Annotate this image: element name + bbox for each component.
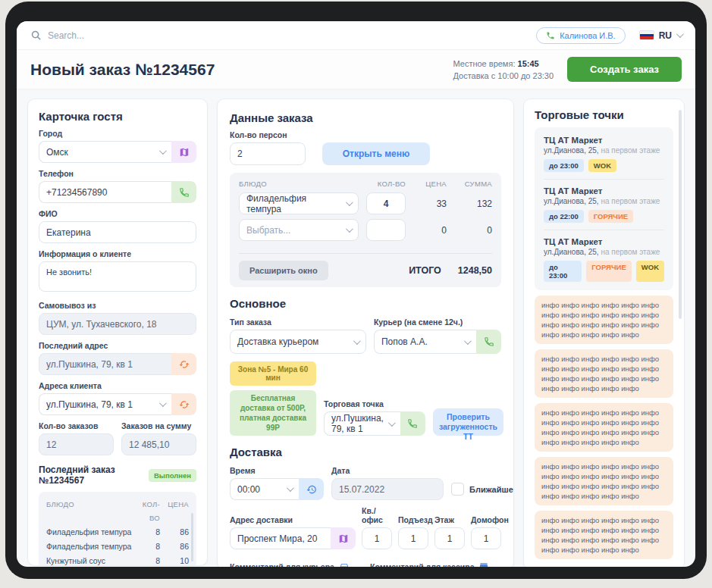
call-client-button[interactable] xyxy=(171,181,196,203)
call-shop-button[interactable] xyxy=(400,411,425,436)
fio-label: ФИО xyxy=(39,209,196,218)
intercom-input[interactable] xyxy=(471,527,501,549)
delivery-title: Доставка xyxy=(230,446,501,458)
tag-badge: ГОРЯЧИЕ xyxy=(588,210,633,223)
city-select[interactable]: Омск xyxy=(39,141,171,163)
col-dish: БЛЮДО xyxy=(46,498,134,525)
dish-row: Филадельфия темпура 33 132 xyxy=(239,192,492,214)
courier-comment-label: Комментарий для курьера xyxy=(230,562,334,567)
date-label: Дата xyxy=(331,466,444,475)
list-item[interactable]: ТЦ АТ Маркет ул.Дианова, 25, на первом э… xyxy=(544,129,664,180)
status-badge: Выполнен xyxy=(149,469,196,482)
language-selector[interactable]: RU xyxy=(639,30,682,41)
chevron-down-icon xyxy=(287,484,294,492)
city-value: Омск xyxy=(46,147,68,158)
repeat-icon xyxy=(179,399,190,410)
table-row: Кунжутный соус810 xyxy=(46,554,189,566)
nearest-label: Ближайшее xyxy=(469,485,514,494)
chevron-down-icon xyxy=(388,419,396,427)
store-icon xyxy=(478,561,489,567)
info-block: инфо инфо инфо инфо инфо инфо инфо инфо … xyxy=(535,457,673,505)
tag-badge: ГОРЯЧИЕ xyxy=(586,261,631,282)
content: Карточка гостя Город Омск Телефон ФИО Ин… xyxy=(17,89,695,567)
table-scrollbar[interactable] xyxy=(191,513,193,561)
reuse-address-button[interactable] xyxy=(171,393,196,415)
col-qty: КОЛ-ВО xyxy=(134,498,160,525)
pickup-label: Самовывоз из xyxy=(39,301,196,310)
fio-input[interactable] xyxy=(39,221,196,243)
phone-input[interactable] xyxy=(39,181,171,203)
language-code: RU xyxy=(659,30,672,41)
client-address-value: ул.Пушкина, 79, кв 1 xyxy=(46,399,133,410)
app-window: Калинова И.В. RU Новый заказ №1234567 Ме… xyxy=(17,21,695,567)
dish-price: 0 xyxy=(413,225,447,236)
delivery-address-input[interactable] xyxy=(230,527,331,549)
info-block: инфо инфо инфо инфо инфо инфо инфо инфо … xyxy=(535,511,673,559)
search-icon xyxy=(30,30,42,41)
dish-table-header: БЛЮДО КОЛ-ВО ЦЕНА СУММА xyxy=(239,180,492,188)
chevron-down-icon xyxy=(159,399,167,407)
list-item[interactable]: ТЦ АТ Маркет ул.Дианова, 25, на первом э… xyxy=(544,230,664,289)
nearest-checkbox[interactable] xyxy=(451,483,464,496)
persons-input[interactable] xyxy=(230,142,306,165)
time-label: Время xyxy=(230,466,324,475)
dish-qty-input[interactable] xyxy=(366,192,406,214)
delivery-hours: Доставка с 10:00 до 23:30 xyxy=(453,70,554,82)
client-address-select[interactable]: ул.Пушкина, 79, кв 1 xyxy=(39,393,171,415)
city-map-button[interactable] xyxy=(171,141,196,163)
call-courier-button[interactable] xyxy=(476,330,501,354)
guest-card: Карточка гостя Город Омск Телефон ФИО Ин… xyxy=(27,99,208,566)
map-icon xyxy=(338,533,349,544)
last-order-table: БЛЮДО КОЛ-ВО ЦЕНА Филадельфия темпура886… xyxy=(39,492,196,566)
address-map-button[interactable] xyxy=(331,527,356,549)
time-info: Местное время: 15:45 Доставка с 10:00 до… xyxy=(453,58,554,82)
dish-sum: 0 xyxy=(454,225,492,236)
courier-select[interactable]: Попов А.А. xyxy=(374,330,476,354)
user-badge[interactable]: Калинова И.В. xyxy=(536,27,626,44)
scrollbar[interactable] xyxy=(679,110,682,319)
search-input[interactable] xyxy=(48,30,275,41)
dish-select[interactable]: Филадельфия темпура xyxy=(239,192,359,214)
open-menu-button[interactable]: Открыть меню xyxy=(322,142,430,165)
car-icon xyxy=(339,561,350,567)
free-delivery-badge: Бесплатная доставка от 500Р, платная дос… xyxy=(230,390,316,436)
last-address-label: Последний адрес xyxy=(39,341,196,350)
shop-select[interactable]: ул.Пушкина, 79, кв 1 xyxy=(324,411,400,436)
dish-qty-input[interactable] xyxy=(366,219,406,241)
map-icon xyxy=(179,147,190,158)
expand-window-button[interactable]: Расширить окно xyxy=(239,261,328,280)
list-item[interactable]: ТЦ АТ Маркет ул.Дианова, 25, на первом э… xyxy=(544,180,664,230)
pickup-input xyxy=(39,313,196,335)
dish-select[interactable]: Выбрать... xyxy=(239,219,359,241)
time-select[interactable]: 00:00 xyxy=(230,478,299,500)
tag-badge: WOK xyxy=(588,159,616,172)
time-history-button[interactable] xyxy=(299,478,324,500)
entrance-input[interactable] xyxy=(398,527,428,549)
dish-price: 33 xyxy=(413,199,447,209)
client-info-label: Информация о клиенте xyxy=(39,249,196,258)
chevron-down-icon xyxy=(159,147,167,155)
courier-label: Курьер (на смене 12ч.) xyxy=(374,317,501,327)
apt-label: Кв./офис xyxy=(362,506,392,524)
create-order-button[interactable]: Создать заказ xyxy=(567,57,682,82)
phone-icon xyxy=(179,187,190,198)
guest-card-title: Карточка гостя xyxy=(39,110,196,123)
apt-input[interactable] xyxy=(362,527,392,549)
cashier-comment-label: Комментарий для кассира xyxy=(370,562,474,567)
order-total-label: ИТОГО xyxy=(409,265,441,276)
tag-badge: WOK xyxy=(636,261,664,282)
shop-label: Торговая точка xyxy=(324,399,425,408)
table-header: БЛЮДО КОЛ-ВО ЦЕНА xyxy=(46,498,189,525)
phone-icon xyxy=(407,418,418,429)
orders-sum-input xyxy=(121,433,196,455)
reuse-last-address-button[interactable] xyxy=(171,353,196,375)
main-section-title: Основное xyxy=(230,297,501,310)
topbar: Калинова И.В. RU xyxy=(17,21,695,50)
order-type-select[interactable]: Доставка курьером xyxy=(230,330,366,354)
table-row: Филадельфия темпура886 xyxy=(46,540,189,554)
orders-count-input xyxy=(39,433,114,455)
floor-input[interactable] xyxy=(434,527,465,549)
client-info-textarea[interactable]: Не звонить! xyxy=(39,261,196,292)
history-icon xyxy=(306,484,317,495)
check-load-button[interactable]: Проверить загруженность ТТ xyxy=(433,408,503,436)
